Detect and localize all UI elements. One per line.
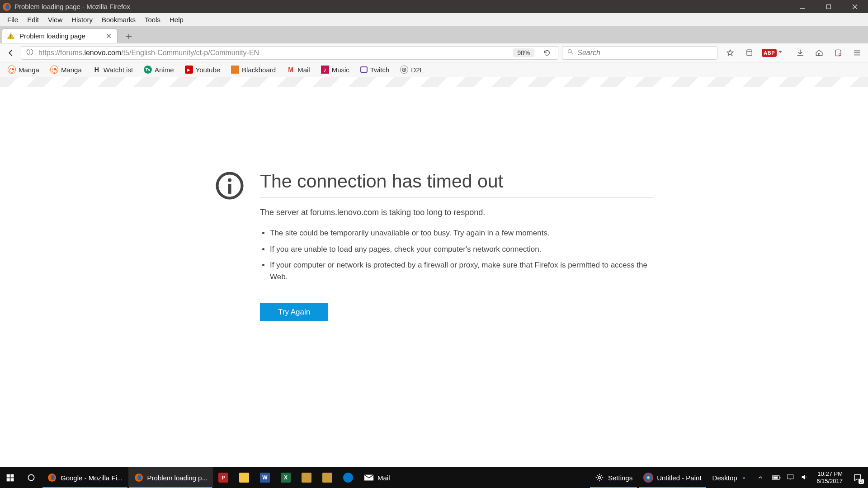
twitch-icon	[360, 66, 368, 73]
reload-button[interactable]	[541, 47, 553, 59]
network-icon[interactable]	[787, 474, 795, 482]
cortana-circle-icon	[26, 473, 36, 483]
svg-line-14	[571, 52, 573, 54]
taskbar-item-label: Mail	[377, 474, 390, 482]
windows-taskbar: Google - Mozilla Fi... Problem loading p…	[0, 467, 868, 488]
svg-rect-36	[780, 477, 781, 478]
windows-logo-icon	[5, 473, 15, 483]
svg-rect-12	[29, 52, 30, 54]
back-button[interactable]	[5, 47, 17, 59]
taskbar-item-settings[interactable]: Settings	[589, 467, 638, 488]
search-bar[interactable]	[562, 46, 717, 60]
taskbar-item-lol1[interactable]	[296, 467, 317, 488]
window-minimize-button[interactable]	[789, 0, 816, 13]
bookmark-manga-2[interactable]: ◔Manga	[47, 64, 85, 75]
site-info-icon[interactable]	[26, 48, 34, 58]
error-tips-list: The site could be temporarily unavailabl…	[260, 227, 653, 282]
manga-icon: ◔	[50, 66, 58, 74]
action-center-button[interactable]: 3	[847, 467, 868, 488]
window-maximize-button[interactable]	[816, 0, 842, 13]
menu-bookmarks[interactable]: Bookmarks	[97, 14, 140, 25]
window-title: Problem loading page - Mozilla Firefox	[14, 3, 130, 10]
taskbar-item-word[interactable]: W	[255, 467, 275, 488]
home-button[interactable]	[813, 47, 826, 59]
taskbar-clock[interactable]: 10:27 PM 6/15/2017	[812, 470, 847, 484]
taskbar-item-lol2[interactable]	[317, 467, 338, 488]
taskbar-item-label: Google - Mozilla Fi...	[61, 474, 123, 482]
try-again-button[interactable]: Try Again	[260, 303, 328, 321]
hamburger-menu-button[interactable]	[851, 47, 863, 59]
error-tip: If your computer or network is protected…	[270, 259, 653, 282]
anime-icon: Tv	[144, 66, 152, 74]
taskbar-item-firefox-problem[interactable]: Problem loading p...	[128, 467, 213, 488]
svg-point-26	[228, 178, 231, 182]
svg-rect-30	[7, 478, 10, 481]
bookmark-music[interactable]: ♪Music	[318, 64, 353, 75]
library-sidebar-button[interactable]	[743, 47, 755, 59]
desktop-label: Desktop	[712, 474, 737, 482]
word-icon: W	[260, 473, 270, 483]
menu-edit[interactable]: Edit	[23, 14, 43, 25]
menu-help[interactable]: Help	[165, 14, 188, 25]
svg-rect-38	[788, 474, 794, 479]
taskbar-item-paint[interactable]: Untitled - Paint	[638, 467, 707, 488]
search-input[interactable]	[577, 49, 712, 57]
tray-chevron-up-icon[interactable]	[754, 471, 767, 484]
adblock-plus-button[interactable]: ABP	[762, 49, 777, 57]
taskbar-item-rocket[interactable]	[338, 467, 359, 488]
rocket-league-icon	[343, 473, 353, 483]
svg-rect-31	[10, 478, 14, 481]
bookmark-watchlist[interactable]: HWatchList	[90, 64, 136, 75]
cortana-button[interactable]	[21, 467, 42, 488]
clock-date: 6/15/2017	[816, 478, 843, 485]
battery-icon[interactable]	[772, 474, 781, 482]
menu-file[interactable]: File	[3, 14, 23, 25]
svg-point-34	[598, 477, 600, 479]
pdf-icon: P	[218, 473, 228, 483]
error-subtext: The server at forums.lenovo.com is takin…	[260, 208, 653, 217]
firefox-icon	[47, 473, 57, 483]
start-button[interactable]	[0, 467, 21, 488]
error-page: The connection has timed out The server …	[0, 87, 868, 321]
tab-close-button[interactable]	[104, 32, 113, 40]
warning-icon	[7, 32, 15, 40]
taskbar-item-firefox-google[interactable]: Google - Mozilla Fi...	[42, 467, 128, 488]
svg-rect-37	[774, 476, 778, 479]
browser-tab[interactable]: Problem loading page	[2, 28, 118, 43]
taskbar-item-label: Untitled - Paint	[657, 474, 701, 482]
bookmark-manga-1[interactable]: ◔Manga	[5, 64, 42, 75]
url-bar[interactable]: https://forums.lenovo.com/t5/English-Com…	[21, 46, 558, 60]
taskbar-item-excel[interactable]: X	[275, 467, 296, 488]
bookmark-d2l[interactable]: ⊕D2L	[397, 64, 427, 75]
downloads-button[interactable]	[794, 47, 807, 59]
bookmark-anime[interactable]: TvAnime	[141, 64, 177, 75]
pocket-button[interactable]	[832, 47, 844, 59]
youtube-icon: ▸	[185, 66, 193, 74]
taskbar-item-explorer[interactable]	[234, 467, 255, 488]
volume-icon[interactable]	[800, 474, 808, 482]
toolbar-right: ABP	[721, 47, 863, 59]
desktop-chevron-icon: »	[741, 475, 745, 480]
zoom-level-button[interactable]: 90%	[513, 48, 534, 57]
new-tab-button[interactable]	[121, 30, 137, 43]
bookmark-youtube[interactable]: ▸Youtube	[182, 64, 224, 75]
menu-tools[interactable]: Tools	[140, 14, 165, 25]
desktop-toolbar[interactable]: Desktop »	[707, 467, 751, 488]
bookmark-blackboard[interactable]: Blackboard	[228, 64, 279, 75]
bookmark-twitch[interactable]: Twitch	[357, 64, 393, 75]
menu-view[interactable]: View	[43, 14, 67, 25]
gear-icon	[594, 473, 604, 483]
bookmark-star-button[interactable]	[724, 47, 736, 59]
mail-icon	[364, 473, 374, 483]
window-titlebar: Problem loading page - Mozilla Firefox	[0, 0, 868, 13]
taskbar-item-mail[interactable]: Mail	[359, 467, 396, 488]
clock-time: 10:27 PM	[816, 470, 843, 478]
menu-history[interactable]: History	[67, 14, 97, 25]
notification-icon: 3	[853, 473, 863, 483]
tab-strip: Problem loading page	[0, 26, 868, 43]
window-close-button[interactable]	[842, 0, 868, 13]
bookmark-mail[interactable]: MMail	[283, 64, 313, 75]
taskbar-item-pdf[interactable]: P	[213, 467, 234, 488]
blackboard-icon	[231, 66, 239, 74]
svg-rect-15	[747, 50, 752, 56]
